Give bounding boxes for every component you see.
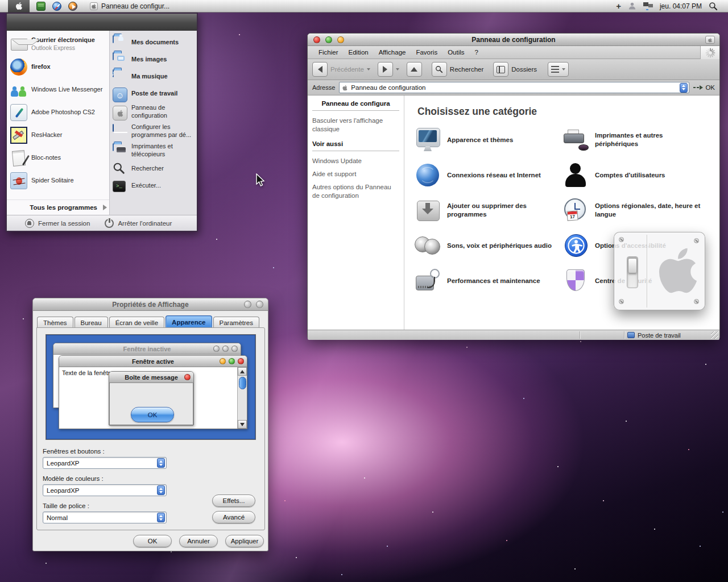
screw-icon: [694, 299, 699, 304]
menu-clock[interactable]: jeu. 04:07 PM: [660, 2, 702, 10]
fast-user-switch-icon[interactable]: [628, 2, 636, 10]
address-stepper[interactable]: [680, 83, 688, 93]
menu-edition[interactable]: Edition: [344, 49, 374, 56]
default-programs-icon: [113, 124, 114, 132]
tab-desktop[interactable]: Bureau: [75, 317, 108, 329]
start-menu-item-mail[interactable]: Courrier électroniqueOutlook Express: [7, 33, 109, 56]
globe-icon: [415, 162, 441, 188]
category-performance-maintenance[interactable]: Performances et maintenance: [415, 268, 557, 294]
menu-outils[interactable]: Outils: [442, 49, 469, 56]
toggle-switch[interactable]: [627, 256, 638, 288]
dialog-titlebar[interactable]: Propriétés de Affichage: [33, 298, 268, 311]
control-panel-window: Panneau de configuration Fichier Edition…: [307, 33, 720, 338]
category-regional-language[interactable]: 17 Options régionales, date, heure et la…: [562, 197, 705, 223]
window-text-sample: Texte de la fenêtre: [62, 369, 114, 376]
control-panel-sidebar: Panneau de configura Basculer vers l'aff…: [308, 95, 404, 330]
start-menu-item-music[interactable]: ♪ Ma musique: [110, 68, 197, 85]
apple-icon: [15, 2, 23, 10]
search-icon[interactable]: [709, 2, 718, 11]
start-menu: Courrier électroniqueOutlook Express fir…: [6, 13, 198, 232]
switch-classic-view-link[interactable]: Basculer vers l'affichage classique: [308, 114, 404, 136]
tab-settings[interactable]: Paramètres: [213, 317, 259, 329]
tab-themes[interactable]: Thèmes: [37, 317, 73, 329]
start-menu-item-documents[interactable]: Mes documents: [110, 34, 197, 51]
views-button[interactable]: [548, 62, 569, 77]
displays-icon[interactable]: [643, 2, 653, 10]
ok-button[interactable]: OK: [133, 535, 172, 547]
screen-sharing-icon[interactable]: [36, 2, 46, 11]
category-appearance-themes[interactable]: Apparence et thèmes: [415, 127, 557, 153]
appearance-tab-panel: Fenêtre inactive Fenêtre active Texte de…: [36, 327, 265, 530]
see-also-header: Voir aussi: [308, 136, 404, 147]
windows-buttons-select[interactable]: LeopardXP: [43, 457, 167, 469]
effects-button[interactable]: Effets...: [212, 494, 255, 507]
forward-button[interactable]: [378, 62, 393, 77]
titlebar-proxy-icon[interactable]: [705, 36, 715, 44]
my-pictures-icon: [113, 52, 114, 60]
active-app-menu[interactable]: Panneau de configur...: [90, 2, 169, 10]
up-button[interactable]: [407, 62, 422, 77]
dialog-minimize-button[interactable]: [244, 301, 251, 308]
category-network-internet[interactable]: Connexions réseau et Internet: [415, 162, 557, 188]
address-input[interactable]: Panneau de configuration: [339, 82, 689, 93]
back-button[interactable]: [312, 62, 328, 77]
search-icon: [435, 65, 443, 73]
advanced-button[interactable]: Avancé: [212, 511, 255, 523]
color-scheme-select[interactable]: LeopardXP: [43, 484, 167, 496]
category-add-remove-programs[interactable]: Ajouter ou supprimer des programmes: [415, 197, 557, 223]
start-menu-item-control-panel[interactable]: Panneau de configuration: [110, 102, 197, 122]
category-user-accounts[interactable]: Comptes d'utilisateurs: [562, 162, 705, 188]
start-menu-item-firefox[interactable]: firefox: [7, 56, 109, 78]
tab-screensaver[interactable]: Écran de veille: [109, 317, 164, 329]
apple-menu[interactable]: [8, 0, 30, 13]
start-menu-places-column: Mes documents Mes images ♪ Ma musique ☺ …: [109, 31, 197, 218]
start-menu-item-run[interactable]: >_ Exécuter...: [110, 177, 197, 194]
start-menu-item-reshacker[interactable]: ResHacker: [7, 124, 109, 147]
media-player-icon[interactable]: [68, 2, 77, 11]
log-off-button[interactable]: Fermer la session: [25, 219, 90, 228]
forward-dropdown-icon[interactable]: [396, 68, 399, 70]
search-button[interactable]: [432, 62, 447, 77]
folders-button[interactable]: [493, 62, 508, 77]
start-menu-item-printers[interactable]: Imprimantes et télécopieurs: [110, 141, 197, 160]
search-icon: [113, 162, 127, 176]
back-dropdown-icon[interactable]: [367, 68, 370, 70]
speakers-icon: [415, 232, 441, 259]
back-label: Précédente: [330, 66, 364, 73]
apple-switch-widget[interactable]: [614, 232, 705, 310]
resize-grip[interactable]: [711, 331, 718, 339]
address-bar: Adresse Panneau de configuration OK: [308, 80, 719, 95]
start-menu-item-spider[interactable]: Spider Solitaire: [7, 169, 109, 192]
address-apple-icon: [342, 85, 348, 91]
dialog-close-button[interactable]: [256, 301, 263, 308]
start-menu-item-search[interactable]: Rechercher: [110, 160, 197, 177]
start-menu-item-messenger[interactable]: Windows Live Messenger: [7, 78, 109, 101]
start-menu-item-default-programs[interactable]: Configurer les programmes par dé...: [110, 122, 197, 141]
all-programs-button[interactable]: Tous les programmes: [7, 199, 109, 215]
status-bar: Poste de travail: [308, 330, 719, 340]
category-printers-hardware[interactable]: Imprimantes et autres périphériques: [562, 127, 705, 153]
select-stepper-icon: [157, 485, 165, 495]
windows-update-link[interactable]: Windows Update: [308, 155, 404, 168]
menu-affichage[interactable]: Affichage: [374, 49, 411, 56]
plus-icon[interactable]: +: [616, 1, 621, 11]
menu-fichier[interactable]: Fichier: [313, 49, 344, 56]
tab-appearance[interactable]: Apparence: [166, 315, 212, 329]
apply-button[interactable]: Appliquer: [225, 535, 264, 547]
start-menu-item-pictures[interactable]: Mes images: [110, 51, 197, 68]
control-panel-titlebar[interactable]: Panneau de configuration: [308, 34, 719, 46]
start-menu-item-computer[interactable]: ☺ Poste de travail: [110, 85, 197, 102]
category-sounds-audio[interactable]: Sons, voix et périphériques audio: [415, 232, 557, 259]
font-size-select[interactable]: Normal: [43, 512, 167, 523]
menu-help[interactable]: ?: [470, 49, 483, 56]
start-menu-item-notepad[interactable]: Bloc-notes: [7, 147, 109, 169]
safari-compass-icon[interactable]: [52, 2, 61, 11]
help-support-link[interactable]: Aide et support: [308, 168, 404, 181]
start-menu-item-photoshop[interactable]: Adobe Photoshop CS2: [7, 101, 109, 124]
go-button[interactable]: OK: [693, 84, 715, 91]
shut-down-button[interactable]: Arrêter l'ordinateur: [105, 219, 172, 228]
active-window-title: Fenêtre active: [59, 358, 247, 365]
menu-favoris[interactable]: Favoris: [411, 49, 442, 56]
cancel-button[interactable]: Annuler: [179, 535, 218, 547]
other-options-link[interactable]: Autres options du Panneau de configurati…: [308, 181, 404, 202]
